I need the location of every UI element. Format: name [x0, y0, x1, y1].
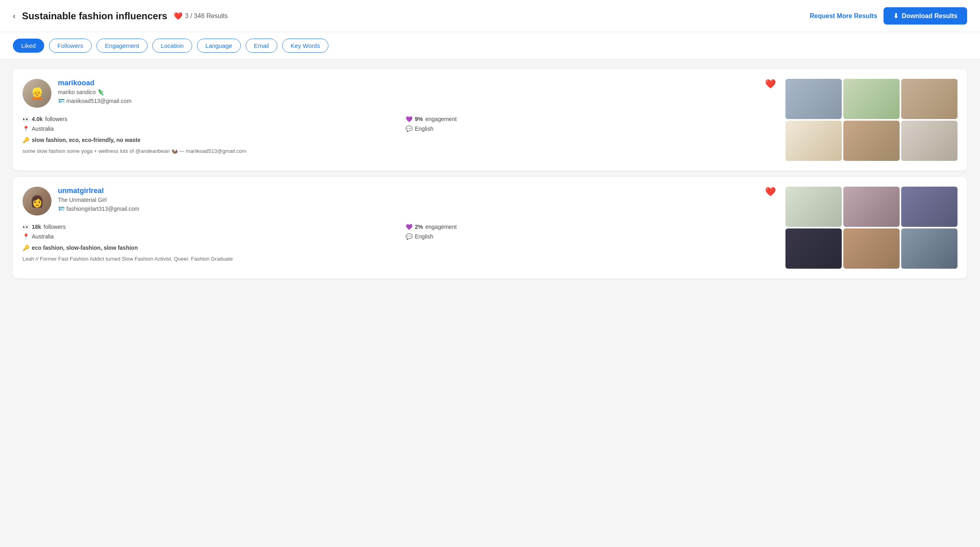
- card-left-2: 👩 unmatgirlreal The Unmaterial Girl 🪪 fa…: [23, 187, 776, 269]
- filter-language[interactable]: Language: [197, 39, 241, 53]
- profile-info-2: unmatgirlreal The Unmaterial Girl 🪪 fash…: [58, 187, 759, 212]
- email-text-2: fashiongirlart313@gmail.com: [66, 206, 139, 212]
- keywords-row-2: 🔑 eco fashion, slow-fashion, slow fashio…: [23, 245, 776, 251]
- followers-label-2: followers: [43, 224, 66, 230]
- eyes-icon-2: 👀: [23, 224, 29, 230]
- location-stat-1: 📍 Australia: [23, 125, 393, 132]
- username-2[interactable]: unmatgirlreal: [58, 187, 759, 195]
- photo-grid-2: [785, 187, 957, 269]
- influencer-list: 👱 marikooad mariko sandico 🦎 🪪 mariikoad…: [0, 60, 980, 288]
- influencer-card-1: 👱 marikooad mariko sandico 🦎 🪪 mariikoad…: [13, 69, 967, 171]
- email-icon-2: 🪪: [58, 206, 65, 212]
- avatar-1: 👱: [23, 79, 51, 108]
- display-name-text-2: The Unmaterial Girl: [58, 197, 107, 203]
- speech-icon-2: 💬: [406, 233, 412, 240]
- photo-1-3: [901, 79, 957, 119]
- download-button[interactable]: ⬇ Download Results: [884, 7, 967, 25]
- engagement-value-1: 9%: [415, 116, 423, 122]
- filter-keywords[interactable]: Key Words: [282, 39, 328, 53]
- language-stat-2: 💬 English: [406, 233, 776, 240]
- speech-icon-1: 💬: [406, 125, 412, 132]
- page-header: ‹ Sustainable fashion influencers ❤️ 3 /…: [0, 0, 980, 32]
- followers-label-1: followers: [45, 116, 67, 122]
- photo-1-2: [843, 79, 900, 119]
- profile-info-1: marikooad mariko sandico 🦎 🪪 mariikoad51…: [58, 79, 759, 104]
- profile-section-2: 👩 unmatgirlreal The Unmaterial Girl 🪪 fa…: [23, 187, 776, 216]
- email-1: 🪪 mariikoad513@gmail.com: [58, 98, 759, 104]
- back-button[interactable]: ‹: [13, 11, 16, 21]
- photo-2-3: [901, 187, 957, 227]
- followers-stat-2: 👀 18k followers: [23, 224, 393, 230]
- like-button-1[interactable]: ❤️: [765, 79, 776, 89]
- avatar-2: 👩: [23, 187, 51, 216]
- language-stat-1: 💬 English: [406, 125, 776, 132]
- followers-count-1: 4.0k: [32, 116, 43, 122]
- avatar-image-2: 👩: [23, 187, 51, 216]
- like-button-2[interactable]: ❤️: [765, 187, 776, 197]
- header-left: ‹ Sustainable fashion influencers ❤️ 3 /…: [13, 10, 228, 22]
- bio-text-1: some slow fashion some yoga + wellness l…: [23, 147, 776, 155]
- header-right: Request More Results ⬇ Download Results: [810, 7, 967, 25]
- pin-icon-1: 📍: [23, 125, 29, 132]
- photo-2-2: [843, 187, 900, 227]
- heart-purple-icon-1: 💜: [406, 116, 412, 122]
- engagement-label-2: engagement: [425, 224, 457, 230]
- heart-purple-icon-2: 💜: [406, 224, 412, 230]
- username-1[interactable]: marikooad: [58, 79, 759, 87]
- display-name-1: mariko sandico 🦎: [58, 89, 759, 95]
- keywords-text-1: slow fashion, eco, eco-friendly, no wast…: [32, 137, 140, 143]
- keywords-text-2: eco fashion, slow-fashion, slow fashion: [32, 245, 138, 251]
- photo-grid-1: [785, 79, 957, 161]
- page-title: Sustainable fashion influencers: [22, 10, 167, 22]
- engagement-stat-2: 💜 2% engagement: [406, 224, 776, 230]
- eyes-icon-1: 👀: [23, 116, 29, 122]
- stats-grid-1: 👀 4.0k followers 💜 9% engagement 📍 Austr…: [23, 116, 776, 132]
- profile-section-1: 👱 marikooad mariko sandico 🦎 🪪 mariikoad…: [23, 79, 776, 108]
- email-2: 🪪 fashiongirlart313@gmail.com: [58, 206, 759, 212]
- location-value-1: Australia: [32, 125, 53, 132]
- key-icon-2: 🔑: [23, 245, 29, 251]
- card-left-1: 👱 marikooad mariko sandico 🦎 🪪 mariikoad…: [23, 79, 776, 161]
- location-value-2: Australia: [32, 233, 53, 240]
- display-name-text-1: mariko sandico 🦎: [58, 89, 104, 95]
- photo-1-1: [785, 79, 842, 119]
- location-stat-2: 📍 Australia: [23, 233, 393, 240]
- filter-liked[interactable]: Liked: [13, 39, 44, 53]
- photo-2-5: [843, 228, 900, 269]
- email-text-1: mariikoad513@gmail.com: [66, 98, 131, 104]
- avatar-image-1: 👱: [23, 79, 51, 108]
- engagement-stat-1: 💜 9% engagement: [406, 116, 776, 122]
- pin-icon-2: 📍: [23, 233, 29, 240]
- followers-stat-1: 👀 4.0k followers: [23, 116, 393, 122]
- download-label: Download Results: [902, 12, 957, 20]
- key-icon-1: 🔑: [23, 137, 29, 143]
- photo-1-4: [785, 121, 842, 161]
- heart-icon: ❤️: [174, 12, 182, 21]
- results-badge: ❤️ 3 / 346 Results: [174, 12, 228, 21]
- photo-1-5: [843, 121, 900, 161]
- stats-grid-2: 👀 18k followers 💜 2% engagement 📍 Austra…: [23, 224, 776, 240]
- followers-count-2: 18k: [32, 224, 41, 230]
- filter-bar: Liked Followers Engagement Location Lang…: [0, 32, 980, 60]
- influencer-card-2: 👩 unmatgirlreal The Unmaterial Girl 🪪 fa…: [13, 177, 967, 278]
- filter-engagement[interactable]: Engagement: [96, 39, 148, 53]
- bio-text-2: Leah // Former Fast Fashion Addict turne…: [23, 255, 776, 263]
- display-name-2: The Unmaterial Girl: [58, 197, 759, 203]
- photo-1-6: [901, 121, 957, 161]
- email-icon-1: 🪪: [58, 98, 65, 104]
- request-more-button[interactable]: Request More Results: [810, 12, 877, 20]
- engagement-label-1: engagement: [425, 116, 457, 122]
- filter-followers[interactable]: Followers: [49, 39, 92, 53]
- engagement-value-2: 2%: [415, 224, 423, 230]
- photo-2-1: [785, 187, 842, 227]
- keywords-row-1: 🔑 slow fashion, eco, eco-friendly, no wa…: [23, 137, 776, 143]
- language-value-2: English: [415, 233, 433, 240]
- download-icon: ⬇: [893, 12, 898, 20]
- filter-email[interactable]: Email: [246, 39, 278, 53]
- filter-location[interactable]: Location: [152, 39, 192, 53]
- language-value-1: English: [415, 125, 433, 132]
- results-count: 3 / 346 Results: [185, 12, 228, 20]
- photo-2-6: [901, 228, 957, 269]
- photo-2-4: [785, 228, 842, 269]
